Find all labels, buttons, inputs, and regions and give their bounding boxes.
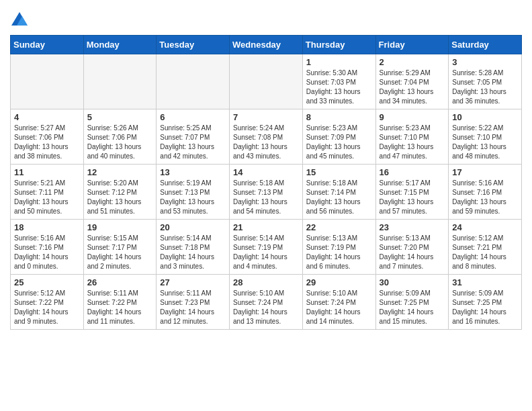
calendar-cell: 2Sunrise: 5:29 AM Sunset: 7:04 PM Daylig…	[375, 54, 449, 109]
day-number: 18	[14, 222, 80, 232]
calendar-cell: 5Sunrise: 5:26 AM Sunset: 7:06 PM Daylig…	[83, 109, 157, 165]
calendar-cell: 25Sunrise: 5:12 AM Sunset: 7:22 PM Dayli…	[11, 275, 84, 330]
day-info: Sunrise: 5:09 AM Sunset: 7:25 PM Dayligh…	[452, 289, 518, 326]
day-info: Sunrise: 5:11 AM Sunset: 7:23 PM Dayligh…	[160, 289, 226, 326]
day-info: Sunrise: 5:23 AM Sunset: 7:10 PM Dayligh…	[380, 124, 445, 161]
day-number: 20	[160, 222, 226, 232]
day-number: 26	[87, 277, 153, 287]
calendar-cell: 12Sunrise: 5:20 AM Sunset: 7:12 PM Dayli…	[83, 165, 157, 220]
calendar: SundayMondayTuesdayWednesdayThursdayFrid…	[10, 35, 522, 330]
logo-icon	[10, 11, 29, 30]
day-info: Sunrise: 5:16 AM Sunset: 7:16 PM Dayligh…	[452, 179, 518, 216]
day-info: Sunrise: 5:12 AM Sunset: 7:22 PM Dayligh…	[14, 289, 80, 326]
calendar-cell: 1Sunrise: 5:30 AM Sunset: 7:03 PM Daylig…	[302, 54, 375, 109]
day-info: Sunrise: 5:21 AM Sunset: 7:11 PM Dayligh…	[14, 179, 80, 216]
calendar-cell	[11, 54, 84, 109]
day-number: 30	[380, 277, 445, 287]
calendar-cell: 27Sunrise: 5:11 AM Sunset: 7:23 PM Dayli…	[157, 275, 230, 330]
calendar-cell: 11Sunrise: 5:21 AM Sunset: 7:11 PM Dayli…	[11, 165, 84, 220]
weekday-header-tuesday: Tuesday	[157, 36, 230, 54]
day-info: Sunrise: 5:25 AM Sunset: 7:07 PM Dayligh…	[160, 124, 226, 161]
calendar-cell	[157, 54, 230, 109]
calendar-week-2: 4Sunrise: 5:27 AM Sunset: 7:06 PM Daylig…	[11, 109, 522, 165]
day-number: 5	[87, 112, 153, 122]
calendar-cell: 15Sunrise: 5:18 AM Sunset: 7:14 PM Dayli…	[302, 165, 375, 220]
day-info: Sunrise: 5:14 AM Sunset: 7:18 PM Dayligh…	[160, 234, 226, 271]
calendar-cell: 31Sunrise: 5:09 AM Sunset: 7:25 PM Dayli…	[449, 275, 522, 330]
calendar-cell: 6Sunrise: 5:25 AM Sunset: 7:07 PM Daylig…	[157, 109, 230, 165]
calendar-cell: 18Sunrise: 5:16 AM Sunset: 7:16 PM Dayli…	[11, 220, 84, 275]
day-info: Sunrise: 5:13 AM Sunset: 7:19 PM Dayligh…	[306, 234, 372, 271]
day-info: Sunrise: 5:18 AM Sunset: 7:13 PM Dayligh…	[233, 179, 299, 216]
calendar-cell: 24Sunrise: 5:12 AM Sunset: 7:21 PM Dayli…	[449, 220, 522, 275]
weekday-header-wednesday: Wednesday	[230, 36, 303, 54]
day-number: 11	[14, 167, 80, 177]
calendar-cell: 22Sunrise: 5:13 AM Sunset: 7:19 PM Dayli…	[302, 220, 375, 275]
weekday-header-friday: Friday	[375, 36, 449, 54]
calendar-cell: 19Sunrise: 5:15 AM Sunset: 7:17 PM Dayli…	[83, 220, 157, 275]
weekday-header-saturday: Saturday	[449, 36, 522, 54]
day-info: Sunrise: 5:22 AM Sunset: 7:10 PM Dayligh…	[452, 124, 518, 161]
day-info: Sunrise: 5:23 AM Sunset: 7:09 PM Dayligh…	[306, 124, 372, 161]
day-number: 25	[14, 277, 80, 287]
day-info: Sunrise: 5:09 AM Sunset: 7:25 PM Dayligh…	[380, 289, 445, 326]
day-number: 28	[233, 277, 299, 287]
day-number: 3	[452, 57, 518, 67]
calendar-cell: 23Sunrise: 5:13 AM Sunset: 7:20 PM Dayli…	[375, 220, 449, 275]
day-info: Sunrise: 5:10 AM Sunset: 7:24 PM Dayligh…	[306, 289, 372, 326]
calendar-cell	[83, 54, 157, 109]
calendar-cell	[230, 54, 303, 109]
calendar-cell: 9Sunrise: 5:23 AM Sunset: 7:10 PM Daylig…	[375, 109, 449, 165]
day-info: Sunrise: 5:20 AM Sunset: 7:12 PM Dayligh…	[87, 179, 153, 216]
calendar-week-1: 1Sunrise: 5:30 AM Sunset: 7:03 PM Daylig…	[11, 54, 522, 109]
weekday-header-row: SundayMondayTuesdayWednesdayThursdayFrid…	[11, 36, 522, 54]
day-number: 23	[380, 222, 445, 232]
day-number: 1	[306, 57, 372, 67]
day-number: 27	[160, 277, 226, 287]
day-info: Sunrise: 5:11 AM Sunset: 7:22 PM Dayligh…	[87, 289, 153, 326]
calendar-cell: 8Sunrise: 5:23 AM Sunset: 7:09 PM Daylig…	[302, 109, 375, 165]
day-info: Sunrise: 5:24 AM Sunset: 7:08 PM Dayligh…	[233, 124, 299, 161]
day-number: 15	[306, 167, 372, 177]
day-number: 4	[14, 112, 80, 122]
calendar-cell: 21Sunrise: 5:14 AM Sunset: 7:19 PM Dayli…	[230, 220, 303, 275]
day-info: Sunrise: 5:29 AM Sunset: 7:04 PM Dayligh…	[380, 68, 445, 106]
day-number: 29	[306, 277, 372, 287]
day-number: 16	[380, 167, 445, 177]
day-number: 19	[87, 222, 153, 232]
day-info: Sunrise: 5:14 AM Sunset: 7:19 PM Dayligh…	[233, 234, 299, 271]
calendar-cell: 3Sunrise: 5:28 AM Sunset: 7:05 PM Daylig…	[449, 54, 522, 109]
day-number: 7	[233, 112, 299, 122]
day-info: Sunrise: 5:16 AM Sunset: 7:16 PM Dayligh…	[14, 234, 80, 271]
calendar-cell: 16Sunrise: 5:17 AM Sunset: 7:15 PM Dayli…	[375, 165, 449, 220]
calendar-cell: 17Sunrise: 5:16 AM Sunset: 7:16 PM Dayli…	[449, 165, 522, 220]
day-number: 12	[87, 167, 153, 177]
calendar-week-5: 25Sunrise: 5:12 AM Sunset: 7:22 PM Dayli…	[11, 275, 522, 330]
logo	[10, 11, 30, 30]
day-info: Sunrise: 5:28 AM Sunset: 7:05 PM Dayligh…	[452, 68, 518, 106]
calendar-cell: 7Sunrise: 5:24 AM Sunset: 7:08 PM Daylig…	[230, 109, 303, 165]
calendar-week-4: 18Sunrise: 5:16 AM Sunset: 7:16 PM Dayli…	[11, 220, 522, 275]
day-info: Sunrise: 5:30 AM Sunset: 7:03 PM Dayligh…	[306, 68, 372, 106]
day-number: 9	[380, 112, 445, 122]
weekday-header-thursday: Thursday	[302, 36, 375, 54]
header	[10, 7, 522, 30]
weekday-header-sunday: Sunday	[11, 36, 84, 54]
day-number: 22	[306, 222, 372, 232]
calendar-cell: 13Sunrise: 5:19 AM Sunset: 7:13 PM Dayli…	[157, 165, 230, 220]
day-number: 8	[306, 112, 372, 122]
weekday-header-monday: Monday	[83, 36, 157, 54]
calendar-cell: 20Sunrise: 5:14 AM Sunset: 7:18 PM Dayli…	[157, 220, 230, 275]
calendar-cell: 28Sunrise: 5:10 AM Sunset: 7:24 PM Dayli…	[230, 275, 303, 330]
calendar-week-3: 11Sunrise: 5:21 AM Sunset: 7:11 PM Dayli…	[11, 165, 522, 220]
day-number: 13	[160, 167, 226, 177]
calendar-cell: 14Sunrise: 5:18 AM Sunset: 7:13 PM Dayli…	[230, 165, 303, 220]
day-number: 6	[160, 112, 226, 122]
day-number: 24	[452, 222, 518, 232]
day-number: 10	[452, 112, 518, 122]
calendar-cell: 10Sunrise: 5:22 AM Sunset: 7:10 PM Dayli…	[449, 109, 522, 165]
day-info: Sunrise: 5:18 AM Sunset: 7:14 PM Dayligh…	[306, 179, 372, 216]
day-info: Sunrise: 5:12 AM Sunset: 7:21 PM Dayligh…	[452, 234, 518, 271]
day-info: Sunrise: 5:13 AM Sunset: 7:20 PM Dayligh…	[380, 234, 445, 271]
day-info: Sunrise: 5:26 AM Sunset: 7:06 PM Dayligh…	[87, 124, 153, 161]
